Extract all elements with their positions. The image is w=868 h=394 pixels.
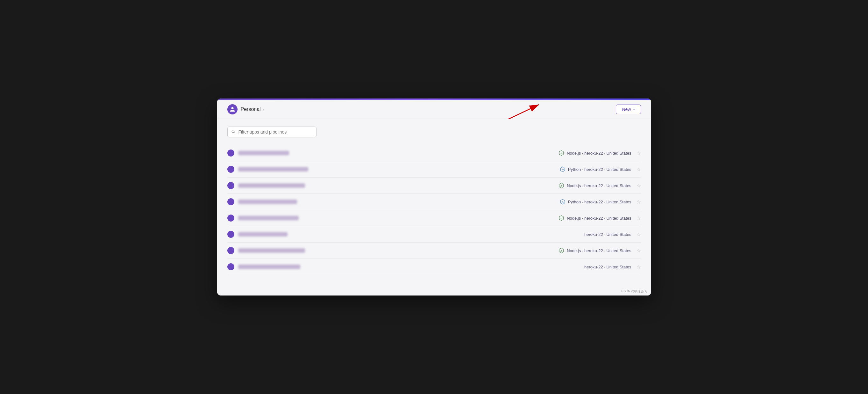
app-name: [238, 151, 289, 155]
filter-input-wrapper: [227, 126, 316, 137]
app-avatar: [227, 263, 235, 270]
app-tech-label: Python · heroku-22 · United States: [568, 200, 631, 204]
app-row: Py Python · heroku-22 · United States ☆: [227, 194, 641, 210]
app-row: Py Python · heroku-22 · United States ☆: [227, 161, 641, 177]
nodejs-icon: JS: [558, 150, 564, 156]
app-row-left: [227, 247, 305, 254]
svg-text:JS: JS: [560, 250, 563, 252]
main-content: JS Node.js · heroku-22 · United States ☆…: [217, 119, 651, 296]
app-row-left: [227, 215, 299, 222]
app-tech-label: heroku-22 · United States: [584, 264, 631, 270]
favorite-star-icon[interactable]: ☆: [637, 199, 641, 205]
app-row-left: [227, 198, 297, 205]
app-tech-label: Node.js · heroku-22 · United States: [567, 151, 631, 156]
favorite-star-icon[interactable]: ☆: [637, 182, 641, 189]
svg-point-2: [232, 130, 235, 133]
app-avatar: [227, 231, 235, 238]
app-tech-label: Node.js · heroku-22 · United States: [567, 216, 631, 221]
app-avatar: [227, 182, 235, 189]
favorite-star-icon[interactable]: ☆: [637, 264, 641, 270]
app-list: JS Node.js · heroku-22 · United States ☆…: [227, 145, 641, 275]
app-row-left: [227, 166, 308, 173]
svg-text:JS: JS: [560, 217, 563, 219]
header-left: Personal ⬦: [227, 104, 265, 114]
app-meta: Py Python · heroku-22 · United States: [560, 199, 631, 205]
search-icon: [231, 130, 235, 135]
new-button-area: New ⬦: [616, 105, 641, 114]
app-row: heroku-22 · United States ☆: [227, 259, 641, 275]
app-name: [238, 264, 300, 269]
svg-text:JS: JS: [560, 185, 563, 187]
app-row-left: [227, 182, 305, 189]
app-avatar: [227, 215, 235, 222]
app-meta: JS Node.js · heroku-22 · United States: [558, 182, 631, 188]
favorite-star-icon[interactable]: ☆: [637, 166, 641, 172]
app-row: JS Node.js · heroku-22 · United States ☆: [227, 210, 641, 226]
app-avatar: [227, 166, 235, 173]
favorite-star-icon[interactable]: ☆: [637, 231, 641, 237]
app-row-right: Py Python · heroku-22 · United States ☆: [560, 199, 641, 205]
nodejs-icon: JS: [558, 182, 564, 188]
app-row-right: heroku-22 · United States ☆: [584, 264, 641, 270]
app-name: [238, 232, 287, 236]
header: Personal ⬦ New ⬦: [217, 100, 651, 119]
app-row-right: heroku-22 · United States ☆: [584, 231, 641, 237]
python-icon: Py: [560, 199, 565, 205]
svg-text:Py: Py: [562, 169, 564, 171]
app-name: [238, 248, 305, 253]
nodejs-icon: JS: [558, 215, 564, 221]
new-button[interactable]: New ⬦: [616, 105, 641, 114]
app-name: [238, 167, 308, 171]
app-row: heroku-22 · United States ☆: [227, 226, 641, 243]
app-row-left: [227, 263, 300, 270]
app-row-right: JS Node.js · heroku-22 · United States ☆: [558, 215, 641, 221]
account-selector[interactable]: Personal ⬦: [241, 107, 265, 112]
app-tech-label: Node.js · heroku-22 · United States: [567, 248, 631, 253]
filter-bar: [227, 126, 641, 137]
app-row-right: JS Node.js · heroku-22 · United States ☆: [558, 150, 641, 156]
new-button-chevron-icon: ⬦: [633, 107, 635, 111]
app-meta: JS Node.js · heroku-22 · United States: [558, 150, 631, 156]
app-meta: Py Python · heroku-22 · United States: [560, 166, 631, 172]
app-row: JS Node.js · heroku-22 · United States ☆: [227, 177, 641, 194]
favorite-star-icon[interactable]: ☆: [637, 215, 641, 221]
svg-line-3: [234, 132, 235, 133]
app-row: JS Node.js · heroku-22 · United States ☆: [227, 145, 641, 161]
app-avatar: [227, 198, 235, 205]
app-meta: heroku-22 · United States: [584, 232, 631, 237]
app-meta: heroku-22 · United States: [584, 264, 631, 270]
app-avatar: [227, 149, 235, 157]
app-row-right: Py Python · heroku-22 · United States ☆: [560, 166, 641, 172]
app-tech-label: heroku-22 · United States: [584, 232, 631, 237]
new-button-label: New: [622, 107, 631, 112]
svg-text:JS: JS: [560, 152, 563, 154]
python-icon: Py: [560, 166, 565, 172]
filter-input[interactable]: [227, 126, 316, 137]
app-row-left: [227, 149, 289, 157]
app-row-left: [227, 231, 287, 238]
watermark: CSDN @哦仔会飞: [621, 289, 647, 293]
account-name: Personal: [241, 107, 261, 112]
browser-window: Personal ⬦ New ⬦: [217, 98, 651, 296]
app-name: [238, 200, 297, 204]
app-tech-label: Node.js · heroku-22 · United States: [567, 183, 631, 188]
app-meta: JS Node.js · heroku-22 · United States: [558, 215, 631, 221]
app-name: [238, 216, 299, 220]
account-chevron-icon: ⬦: [263, 107, 265, 111]
nodejs-icon: JS: [558, 248, 564, 253]
favorite-star-icon[interactable]: ☆: [637, 248, 641, 254]
app-row-right: JS Node.js · heroku-22 · United States ☆: [558, 248, 641, 254]
app-tech-label: Python · heroku-22 · United States: [568, 167, 631, 172]
avatar: [227, 104, 238, 114]
app-row-right: JS Node.js · heroku-22 · United States ☆: [558, 182, 641, 189]
svg-text:Py: Py: [562, 201, 564, 203]
app-name: [238, 183, 305, 188]
app-avatar: [227, 247, 235, 254]
app-row: JS Node.js · heroku-22 · United States ☆: [227, 243, 641, 259]
app-meta: JS Node.js · heroku-22 · United States: [558, 248, 631, 253]
favorite-star-icon[interactable]: ☆: [637, 150, 641, 156]
